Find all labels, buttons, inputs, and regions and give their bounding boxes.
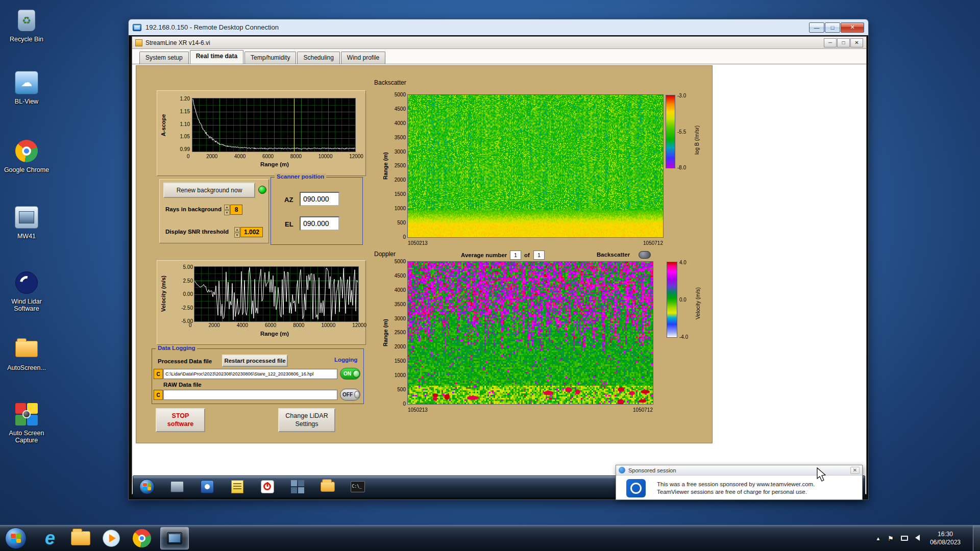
teamviewer-close-button[interactable]: ✕ (850, 467, 860, 474)
mouse-cursor (816, 467, 827, 483)
raw-path-field[interactable] (163, 390, 337, 400)
rdp-titlebar[interactable]: 192.168.0.150 - Remote Desktop Connectio… (129, 19, 868, 35)
tick-label: 3000 (395, 149, 406, 155)
az-field[interactable]: 090.000 (300, 192, 339, 206)
velocity-xlabel: Range (m) (218, 331, 331, 337)
tick-label: 4500 (395, 106, 406, 112)
desktop-icon-wind-lidar[interactable]: Wind Lidar Software (3, 269, 50, 313)
tray-action-center-flag-icon[interactable]: ⚑ (888, 535, 894, 542)
doppler-x-last: 1050712 (612, 407, 653, 413)
bl-view-icon: ☁ (13, 69, 40, 96)
processed-drive-box[interactable]: C (154, 369, 163, 379)
settings-line2: Settings (295, 420, 318, 429)
tick-label: 2500 (395, 330, 406, 335)
app-titlebar[interactable]: StreamLine XR v14-6.vi ─ □ ✕ (132, 37, 866, 49)
tab-real-time-data[interactable]: Real time data (190, 50, 243, 64)
stop-software-button[interactable]: STOP software (156, 408, 205, 432)
tick-label: 0.00 (183, 291, 193, 297)
teamviewer-title-icon (619, 467, 625, 473)
raw-toggle-label: OFF (342, 392, 353, 397)
desktop-icon-google-chrome[interactable]: Google Chrome (3, 138, 50, 173)
desktop-icon-autoscreen-folder[interactable]: AutoScreen... (3, 336, 50, 371)
average-of-field[interactable]: 1 (533, 251, 545, 260)
backscatter-x-first: 1050213 (408, 240, 428, 246)
processed-data-file-label: Processed Data file (158, 358, 212, 364)
remote-grid-icon[interactable] (289, 479, 305, 494)
recycle-bin-icon: ♻ (13, 7, 40, 34)
remote-cmd-icon[interactable]: C:\_ (350, 479, 365, 494)
backscatter-heatmap[interactable] (408, 95, 663, 237)
processed-path-field[interactable]: C:\Lidar\Data\Proc\2023\202308\20230806\… (163, 369, 337, 379)
rdp-maximize-button[interactable]: □ (825, 22, 840, 33)
tick-label: 3500 (395, 135, 406, 140)
tab-wind-profile[interactable]: Wind profile (341, 52, 385, 64)
raw-logging-toggle[interactable]: OFF (340, 389, 360, 400)
tray-clock[interactable]: 16:30 06/08/2023 (930, 530, 961, 546)
app-close-button[interactable]: ✕ (850, 38, 863, 47)
tick-label: 4000 (237, 322, 248, 328)
change-lidar-settings-button[interactable]: Change LiDAR Settings (278, 408, 335, 432)
taskbar-ie-icon[interactable]: e (39, 527, 61, 549)
el-field[interactable]: 090.000 (300, 216, 339, 231)
tick-label: 6000 (262, 154, 274, 159)
restart-processed-file-button[interactable]: Restart processed file (222, 355, 288, 367)
rdp-minimize-button[interactable]: ― (809, 22, 824, 33)
rdp-close-button[interactable]: ✕ (841, 22, 864, 33)
remote-folder-icon[interactable] (320, 479, 335, 494)
taskbar-chrome-icon[interactable] (131, 527, 153, 549)
doppler-heatmap[interactable] (408, 262, 653, 404)
remote-start-button[interactable] (139, 479, 155, 494)
tick-label: 0 (403, 401, 406, 407)
app-maximize-button[interactable]: □ (837, 38, 850, 47)
folder-icon (13, 336, 40, 362)
desktop-icon-recycle-bin[interactable]: ♻ Recycle Bin (3, 7, 50, 43)
show-desktop-button[interactable] (973, 525, 980, 551)
tab-temp-humidity[interactable]: Temp/humidity (244, 52, 296, 64)
start-button[interactable] (5, 528, 27, 549)
snr-threshold-value[interactable]: 1.002 (240, 227, 263, 237)
taskbar-rdp-active-icon[interactable] (160, 527, 189, 549)
average-number-field[interactable]: 1 (510, 251, 521, 260)
tick-label: 0.99 (180, 146, 190, 152)
logging-label: Logging (334, 357, 357, 363)
tick-label: 1.10 (180, 121, 190, 127)
ascope-plot[interactable] (192, 98, 355, 152)
tray-volume-icon[interactable] (915, 535, 920, 542)
rays-spinner[interactable]: ▲▼ (224, 205, 230, 215)
rdp-client-area: StreamLine XR v14-6.vi ─ □ ✕ System setu… (129, 35, 868, 499)
backscatter-toggle-led[interactable] (639, 251, 651, 259)
desktop-icon-auto-screen-capture[interactable]: Auto Screen Capture (3, 401, 50, 444)
tick-label: 1.15 (180, 109, 190, 114)
tray-network-icon[interactable] (901, 535, 908, 542)
tick-label: 1000 (395, 372, 406, 378)
tab-scheduling[interactable]: Scheduling (297, 52, 339, 64)
snr-spinner[interactable]: ▲▼ (234, 227, 240, 237)
tray-show-hidden-icon[interactable]: ▲ (875, 536, 880, 541)
app-minimize-button[interactable]: ─ (824, 38, 837, 47)
rdp-window: 192.168.0.150 - Remote Desktop Connectio… (128, 19, 869, 500)
settings-line1: Change LiDAR (285, 412, 328, 420)
renew-background-button[interactable]: Renew background now (163, 183, 255, 198)
rays-in-background-value[interactable]: 8 (230, 205, 242, 215)
remote-power-icon[interactable] (259, 479, 275, 494)
taskbar-explorer-icon[interactable] (69, 527, 92, 549)
desktop-icon-mw41[interactable]: MW41 (3, 204, 50, 240)
wind-lidar-icon (13, 269, 40, 296)
front-panel: A-scope 1.201.151.101.050.99 02000400060… (136, 65, 713, 443)
tick-label: 6000 (265, 322, 276, 328)
processed-logging-toggle[interactable]: ON (340, 368, 360, 380)
taskbar-media-player-icon[interactable] (100, 527, 122, 549)
velocity-plot[interactable] (194, 267, 358, 321)
tick-label: 1500 (395, 191, 406, 197)
of-label: of (524, 252, 530, 258)
remote-blue-app-icon[interactable] (199, 479, 215, 494)
average-number-label: Average number (461, 252, 507, 258)
desktop-icon-bl-view[interactable]: ☁ BL-View (3, 69, 50, 105)
remote-display-settings-icon[interactable] (169, 479, 185, 494)
teamviewer-line2: TeamViewer sessions are free of charge f… (657, 489, 807, 495)
remote-notes-icon[interactable] (229, 479, 245, 494)
app-window-icon (135, 39, 142, 46)
tick-label: 500 (397, 387, 406, 392)
tab-system-setup[interactable]: System setup (139, 52, 189, 64)
raw-drive-box[interactable]: C (154, 390, 163, 400)
